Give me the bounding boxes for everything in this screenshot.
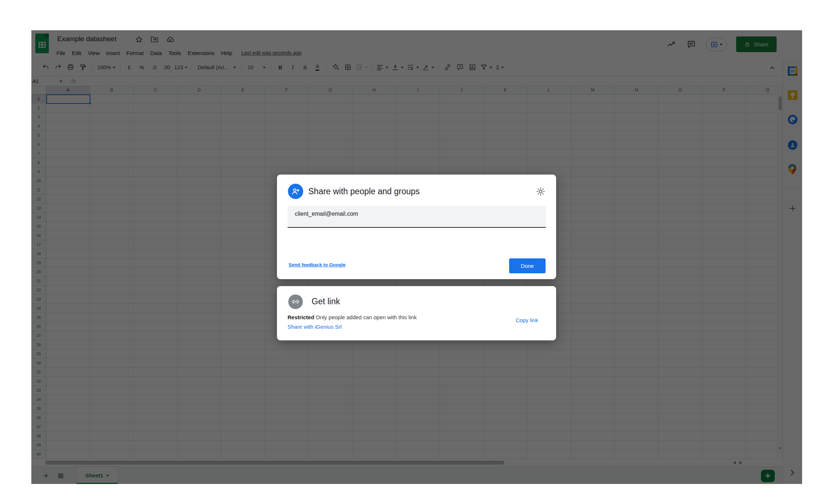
share-dialog-title: Share with people and groups	[308, 187, 420, 196]
get-link-title: Get link	[312, 297, 340, 306]
share-dialog: Share with people and groups Send feedba…	[277, 175, 556, 279]
share-email-input[interactable]	[288, 206, 546, 228]
link-icon	[288, 294, 303, 309]
restricted-status-text: Restricted Only people added can open wi…	[288, 314, 417, 320]
screenshot-canvas: Example datasheet	[0, 0, 836, 504]
share-with-org-link[interactable]: Share with iGenius Srl	[288, 324, 341, 330]
send-feedback-link[interactable]: Send feedback to Google	[289, 262, 345, 267]
done-button[interactable]: Done	[509, 258, 546, 273]
get-link-card: Get link Restricted Only people added ca…	[277, 286, 556, 340]
copy-link-button[interactable]: Copy link	[516, 317, 538, 323]
share-settings-button[interactable]	[535, 186, 546, 197]
person-add-icon	[288, 184, 303, 199]
gear-icon	[536, 187, 546, 196]
